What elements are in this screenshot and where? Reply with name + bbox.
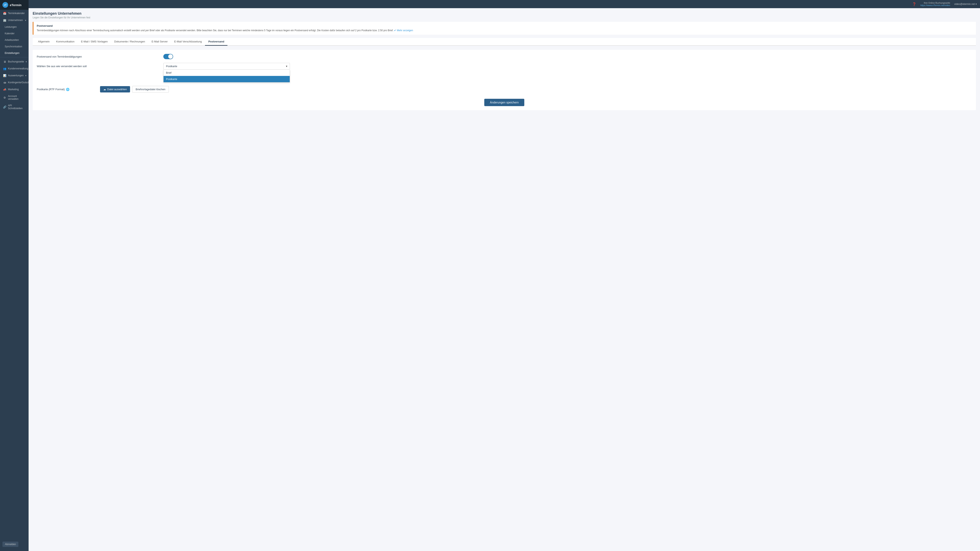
- sidebar-label-arbeitszeiten: Arbeitszeiten: [5, 38, 19, 41]
- main-area: ❓ Ihre Online Buchungsseite https://www.…: [29, 0, 980, 551]
- sidebar-label-account: Account verwalten: [8, 95, 26, 100]
- sidebar-item-arbeitszeiten[interactable]: Arbeitszeiten: [0, 37, 29, 43]
- tab-email-verschluesselung[interactable]: E-Mail Verschlüsselung: [171, 38, 205, 46]
- users-icon: 👥: [3, 67, 6, 70]
- expand-icon-auswertungen: ▾: [25, 75, 26, 77]
- sidebar-label-auswertungen: Auswertungen: [8, 74, 24, 77]
- cloud-upload-icon: ☁: [103, 88, 106, 91]
- toggle-label: Postversand von Terminbestätigungen: [37, 55, 163, 58]
- logout-button[interactable]: Abmelden: [2, 541, 18, 547]
- tab-postversand[interactable]: Postversand: [205, 38, 228, 46]
- postversand-toggle[interactable]: [163, 54, 173, 59]
- sidebar-label-buchungsseite: Buchungsseite: [8, 60, 24, 63]
- upload-button[interactable]: ☁ Datei auswählen: [100, 86, 130, 92]
- sidebar-item-kalender[interactable]: Kalender: [0, 30, 29, 37]
- tabs-bar: Allgemein Kommunikation E-Mail / SMS Vor…: [33, 38, 976, 46]
- sidebar-item-api[interactable]: 🔗 API Schnittstellen: [0, 102, 29, 112]
- topbar-buchung: Ihre Online Buchungsseite https://www.eT…: [920, 2, 950, 6]
- sidebar-item-unternehmen[interactable]: 🏢 Unternehmen ▾: [0, 17, 29, 24]
- expand-icon-buchungsseite: ▾: [26, 60, 27, 63]
- dropdown-popup: Brief Postkarte: [163, 70, 290, 83]
- tab-email-server[interactable]: E-Mail Server: [148, 38, 171, 46]
- sidebar-label-unternehmen: Unternehmen: [8, 19, 23, 22]
- sidebar-label-leistungen: Leistungen: [5, 25, 17, 29]
- option-brief[interactable]: Brief: [164, 70, 290, 76]
- alert-box: Postversand Terminbestätigungen können n…: [33, 22, 976, 35]
- tab-allgemein[interactable]: Allgemein: [35, 38, 53, 46]
- api-icon: 🔗: [3, 105, 6, 109]
- dropdown-label: Wählen Sie aus wie versendet werden soll: [37, 65, 163, 68]
- app-name: eTermin: [10, 3, 21, 7]
- alert-title: Postversand: [37, 24, 973, 27]
- company-icon: 🏢: [3, 19, 6, 22]
- sidebar-label-synchronisation: Synchronisation: [5, 45, 22, 48]
- toggle-wrap: [163, 54, 173, 59]
- sidebar-item-marketing[interactable]: 📣 Marketing: [0, 86, 29, 93]
- help-icon[interactable]: ❓: [912, 2, 916, 6]
- marketing-icon: 📣: [3, 88, 6, 91]
- form-section: Postversand von Terminbestätigungen Wähl…: [33, 50, 976, 110]
- dropdown-value: Postkarte: [166, 65, 287, 68]
- monitor-icon: 🖥: [3, 60, 6, 63]
- sidebar-item-auswertungen[interactable]: 📊 Auswertungen ▾: [0, 72, 29, 79]
- sidebar-label-einstellungen: Einstellungen: [5, 52, 19, 54]
- option-postkarte[interactable]: Postkarte: [164, 76, 290, 82]
- tab-email-sms-vorlagen[interactable]: E-Mail / SMS Vorlagen: [78, 38, 111, 46]
- alert-more-link[interactable]: ✔ Mehr anzeigen: [394, 29, 413, 32]
- topbar-buchung-link[interactable]: https://www.eTermin.net/video: [920, 4, 950, 6]
- topbar: ❓ Ihre Online Buchungsseite https://www.…: [29, 0, 980, 8]
- sidebar-item-account[interactable]: ⚙ Account verwalten: [0, 93, 29, 102]
- sidebar-label-kontingente: Kontingente/Gutscheine: [8, 81, 29, 84]
- sidebar-item-leistungen[interactable]: Leistungen: [0, 24, 29, 30]
- page-subtitle: Legen Sie die Einstellungen für Ihr Unte…: [33, 16, 976, 19]
- sidebar-label-kundenverwaltung: Kundenverwaltung: [8, 67, 28, 70]
- expand-icon-unternehmen: ▾: [25, 19, 26, 21]
- page-title: Einstellungen Unternehmen: [33, 11, 976, 16]
- toggle-row: Postversand von Terminbestätigungen: [37, 54, 972, 59]
- chart-icon: 📊: [3, 74, 6, 77]
- dropdown-wrap: Postkarte ▼ Brief Postkarte: [163, 63, 290, 70]
- save-button[interactable]: Änderungen speichern: [484, 99, 525, 106]
- sidebar-label-api: API Schnittstellen: [8, 104, 26, 110]
- ticket-icon: 🎟: [3, 81, 6, 84]
- sidebar-label-kalender: Kalender: [5, 32, 14, 35]
- file-row: Postkarte (RTF Format) 🌐 ☁ Datei auswähl…: [37, 86, 972, 93]
- topbar-buchung-label: Ihre Online Buchungsseite: [920, 2, 950, 4]
- file-label: Postkarte (RTF Format) 🌐: [37, 88, 98, 91]
- calendar-icon: 📅: [3, 12, 6, 15]
- sidebar-header: eT eTermin: [0, 0, 29, 10]
- sidebar-item-einstellungen[interactable]: Einstellungen: [0, 50, 29, 56]
- versandart-dropdown[interactable]: Postkarte ▼: [163, 63, 290, 70]
- settings-icon: ⚙: [3, 96, 6, 99]
- sidebar-item-synchronisation[interactable]: Synchronisation: [0, 43, 29, 50]
- sidebar: eT eTermin 📅 Terminkalender 🏢 Unternehme…: [0, 0, 29, 551]
- sidebar-item-kontingente[interactable]: 🎟 Kontingente/Gutscheine: [0, 79, 29, 86]
- sidebar-label-marketing: Marketing: [8, 88, 19, 91]
- delete-template-button[interactable]: Briefvorlagedatei löschen: [132, 86, 169, 93]
- alert-text: Terminbestätigungen können nach Abschlus…: [37, 29, 973, 32]
- sidebar-item-kundenverwaltung[interactable]: 👥 Kundenverwaltung: [0, 65, 29, 72]
- sidebar-item-terminkalender[interactable]: 📅 Terminkalender: [0, 10, 29, 17]
- sidebar-label-terminkalender: Terminkalender: [8, 12, 25, 15]
- sidebar-item-buchungsseite[interactable]: 🖥 Buchungsseite ▾: [0, 58, 29, 65]
- sidebar-divider-1: [0, 57, 29, 57]
- topbar-user[interactable]: video@etermin.net ▾: [954, 3, 977, 5]
- globe-icon: 🌐: [66, 88, 69, 91]
- tab-dokumente-rechnungen[interactable]: Dokumente / Rechnungen: [111, 38, 148, 46]
- dropdown-row: Wählen Sie aus wie versendet werden soll…: [37, 63, 972, 70]
- content-area: Einstellungen Unternehmen Legen Sie die …: [29, 8, 980, 551]
- logo-icon: eT: [2, 2, 8, 8]
- tab-kommunikation[interactable]: Kommunikation: [53, 38, 78, 46]
- save-wrap: Änderungen speichern: [37, 99, 972, 106]
